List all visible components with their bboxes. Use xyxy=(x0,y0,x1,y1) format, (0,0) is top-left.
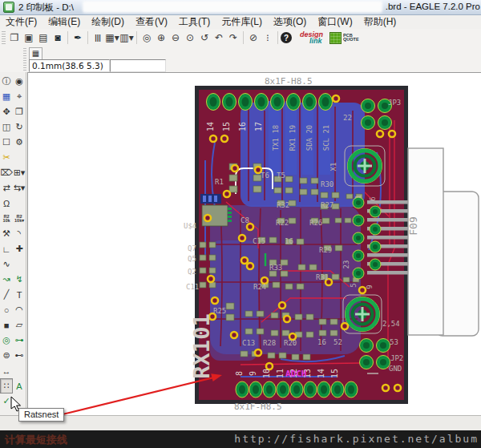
stop-icon[interactable]: ⊘ xyxy=(246,30,261,45)
open-icon[interactable]: ❐ xyxy=(7,30,22,45)
menu-library[interactable]: 元件库(L) xyxy=(216,15,268,29)
svg-text:SCL 21: SCL 21 xyxy=(322,125,330,151)
menu-draw[interactable]: 绘制(D) xyxy=(86,15,130,29)
smash-tool[interactable]: ⚒ xyxy=(0,226,13,241)
hole-tool[interactable]: ⊜ xyxy=(0,348,13,363)
adch-label: ADCH xyxy=(285,369,307,379)
save-icon[interactable]: ▣ xyxy=(22,30,36,45)
grid-style-alt-icon[interactable]: ▥▾ xyxy=(119,30,134,45)
svg-text:R27: R27 xyxy=(321,201,333,209)
menu-file[interactable]: 文件(F) xyxy=(0,15,42,29)
command-input[interactable] xyxy=(110,59,166,72)
window-title-left: 2 印制板 - D:\ xyxy=(18,2,74,14)
board-canvas[interactable]: F09 xyxy=(27,72,481,415)
menu-window[interactable]: 窗口(W) xyxy=(312,15,358,29)
menu-options[interactable]: 选项(O) xyxy=(268,15,312,29)
polygon-tool[interactable]: ▱ xyxy=(13,317,26,333)
mirror-tool[interactable]: ◫ xyxy=(0,119,13,135)
help-icon[interactable]: ? xyxy=(281,32,292,43)
route-tool[interactable]: ↝ xyxy=(0,272,13,287)
signal-tool[interactable]: ⊶ xyxy=(13,333,26,348)
name-tool[interactable]: R2 10k xyxy=(0,211,13,226)
redo-icon[interactable]: ↷ xyxy=(226,30,240,45)
ripup-tool[interactable]: ↯ xyxy=(13,272,26,287)
board-name-label: RX101 xyxy=(189,313,214,378)
copy-tool[interactable]: ❐ xyxy=(13,104,26,119)
svg-text:R26: R26 xyxy=(309,219,322,227)
svg-text:6: 6 xyxy=(369,196,377,200)
svg-text:C15: C15 xyxy=(253,237,265,245)
zoom-fit-icon[interactable]: ◎ xyxy=(139,30,154,45)
display-layers-tool[interactable]: ▦ xyxy=(0,89,13,104)
wire-tool[interactable]: ╱ xyxy=(0,287,13,302)
menu-view[interactable]: 查看(V) xyxy=(130,15,173,29)
replace-tool[interactable]: ⇆▾ xyxy=(13,180,26,196)
menu-edit[interactable]: 编辑(E) xyxy=(42,15,86,29)
main-toolbar: ❐ ▣ ▤ ◙ ✒ ||| ▦▾ ▥▾ ◎ ⊕ ⊖ ⊙ ↺ ↶ ↷ ⊘ ⁝ ? … xyxy=(0,29,481,47)
move-tool[interactable]: ✥ xyxy=(0,104,13,119)
value-tool[interactable]: R2 10k▾ xyxy=(13,211,26,226)
delete-tool[interactable]: ⌦ xyxy=(0,165,13,180)
zoom-select-icon[interactable]: ⊙ xyxy=(183,30,197,45)
info-tool[interactable]: ⓘ xyxy=(0,74,13,89)
via-tool[interactable]: ◎ xyxy=(0,333,13,348)
svg-text:Q7: Q7 xyxy=(188,244,196,252)
errors-tool[interactable] xyxy=(13,394,26,409)
change-tool[interactable]: ⚙ xyxy=(13,135,26,150)
watermark-url: http://fishark.pixnet.net/album xyxy=(234,433,479,445)
svg-text:2,54: 2,54 xyxy=(382,320,400,328)
pinswap-tool[interactable]: ⇄ xyxy=(0,180,13,196)
cut-tool[interactable]: ✂ xyxy=(0,150,13,165)
autorouter-tool[interactable]: A xyxy=(13,378,26,394)
svg-text:TX1 18: TX1 18 xyxy=(272,125,280,151)
svg-text:52: 52 xyxy=(333,338,342,346)
lock-tool[interactable]: Ω xyxy=(0,196,13,211)
cam-processor-icon[interactable]: ◙ xyxy=(51,30,65,45)
options-dots-icon[interactable]: ⁝ xyxy=(261,30,275,45)
show-tool[interactable]: ◉ xyxy=(13,74,26,89)
svg-text:22: 22 xyxy=(343,114,352,122)
print-icon[interactable]: ▤ xyxy=(36,30,51,45)
group-tool[interactable]: ☐ xyxy=(0,135,13,150)
svg-text:R1: R1 xyxy=(215,178,224,186)
mark-tool[interactable]: ⌖ xyxy=(13,89,26,104)
undo-icon[interactable]: ↶ xyxy=(212,30,226,45)
run-ulp-icon[interactable]: ✒ xyxy=(71,30,85,45)
optimize-tool[interactable]: ✚ xyxy=(13,241,26,256)
text-tool[interactable]: T xyxy=(13,287,26,302)
dimension-tool[interactable]: ↔ xyxy=(0,363,13,378)
menu-help[interactable]: 帮助(H) xyxy=(358,15,402,29)
attribute-tool[interactable]: ⊷ xyxy=(13,348,26,363)
ratsnest-tool[interactable]: ∷ xyxy=(0,378,13,394)
toolbar-grip[interactable] xyxy=(2,31,6,44)
pcb-quote-logo[interactable]: PCB QUOTE xyxy=(329,32,362,44)
svg-text:C8: C8 xyxy=(240,216,249,224)
rect-tool[interactable]: ■ xyxy=(0,317,13,333)
svg-text:T6: T6 xyxy=(261,172,269,180)
spacer xyxy=(13,256,26,272)
toolbar-separator xyxy=(67,31,68,44)
layer-settings-icon[interactable]: ||| xyxy=(91,30,105,45)
design-link-logo[interactable]: designlink xyxy=(300,31,323,44)
svg-text:U$4: U$4 xyxy=(184,222,196,230)
grid-button[interactable]: ▦ xyxy=(29,47,42,60)
circle-tool[interactable]: ○ xyxy=(0,302,13,317)
miter-tool[interactable]: ◝ xyxy=(13,226,26,241)
tool-palette: ⓘ ◉ ▦ ⌖ ✥ ❐ ◫ ↻ ☐ ⚙ ✂ ⌦ ⊞▾ ⇄ ⇆▾ Ω R2 10k… xyxy=(0,72,26,415)
grid-style-icon[interactable]: ▦▾ xyxy=(105,30,119,45)
meander-tool[interactable]: ∿ xyxy=(0,256,13,272)
menu-tools[interactable]: 工具(T) xyxy=(173,15,216,29)
add-tool[interactable]: ⊞▾ xyxy=(13,165,26,180)
zoom-in-icon[interactable]: ⊕ xyxy=(154,30,168,45)
parambar-grip[interactable] xyxy=(23,48,26,71)
svg-text:C11: C11 xyxy=(186,283,199,291)
arc-tool[interactable]: ◠ xyxy=(13,302,26,317)
split-tool[interactable]: ∟ xyxy=(0,241,13,256)
zoom-out-icon[interactable]: ⊖ xyxy=(168,30,183,45)
spacer xyxy=(13,150,26,165)
rotate-tool[interactable]: ↻ xyxy=(13,119,26,135)
svg-text:R20: R20 xyxy=(284,339,297,347)
drc-tool[interactable]: ✓ xyxy=(0,394,13,409)
zoom-redraw-icon[interactable]: ↺ xyxy=(197,30,212,45)
pads-bottom-row[interactable] xyxy=(236,381,358,398)
